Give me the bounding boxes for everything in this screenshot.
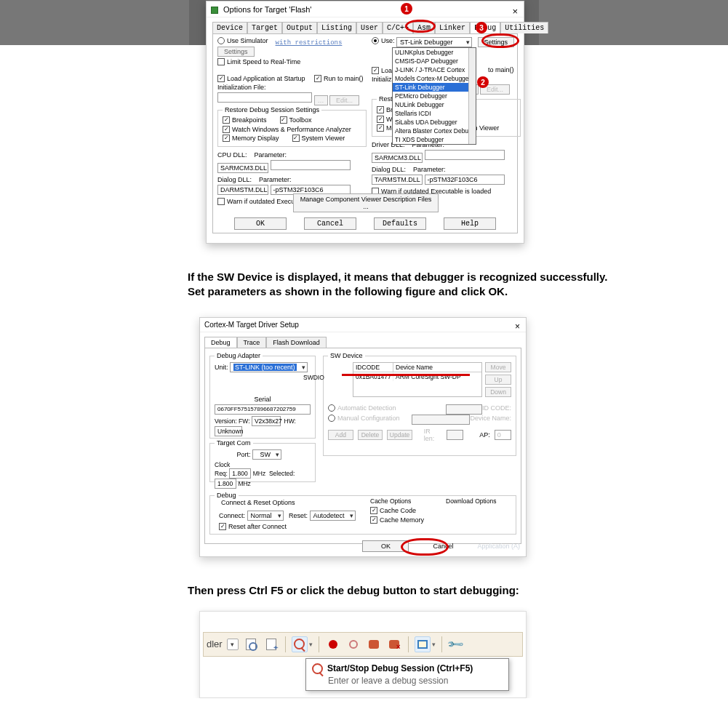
tooltip-subtitle: Enter or leave a debug session	[328, 676, 503, 686]
hw-label: HW:	[284, 417, 296, 425]
req-field[interactable]: 1.800	[229, 468, 251, 479]
ok-button[interactable]: OK	[234, 217, 287, 230]
d2-tab-flash[interactable]: Flash Download	[266, 337, 327, 348]
cancel-button[interactable]: Cancel	[304, 217, 356, 230]
tab-user[interactable]: User	[356, 22, 383, 33]
cpu-dll-field[interactable]: SARMCM3.DLL	[217, 163, 268, 173]
tab-asm[interactable]: Asm	[413, 22, 435, 33]
dropdown-arrow-icon[interactable]: ▾	[309, 641, 313, 648]
debug-group: Debug Connect & Reset Options Connect: N…	[209, 495, 516, 535]
limit-speed-check[interactable]: Limit Speed to Real-Time	[217, 58, 300, 65]
breakpoint-icon[interactable]	[325, 636, 341, 652]
delete-button[interactable]: Delete	[358, 430, 383, 440]
window-icon[interactable]	[415, 636, 431, 652]
add-button[interactable]: Add	[328, 430, 353, 440]
load-startup-check[interactable]: Load Application at Startup	[217, 75, 305, 82]
hw-field: Unknown	[215, 426, 242, 436]
use-simulator-radio[interactable]: Use Simulator	[217, 37, 268, 44]
auto-detect-radio[interactable]: Automatic Detection	[328, 404, 396, 412]
document-search-icon[interactable]	[243, 636, 259, 652]
dropdown-scrollbar[interactable]	[468, 48, 476, 144]
tab-output[interactable]: Output	[282, 22, 317, 33]
update-button[interactable]: Update	[387, 430, 412, 440]
manage-components-button[interactable]: Manage Component Viewer Description File…	[293, 193, 439, 212]
dialog2-titlebar: Cortex-M Target Driver Setup ×	[200, 318, 526, 332]
cpu-param-field[interactable]	[271, 160, 351, 170]
init-file-field[interactable]	[217, 92, 312, 103]
separator	[285, 636, 286, 652]
toolbox-check[interactable]: Toolbox	[280, 116, 312, 124]
dlgr-dll-field[interactable]: TARMSTM.DLL	[372, 175, 423, 185]
defaults-button[interactable]: Defaults	[374, 217, 426, 230]
init-edit-r[interactable]: Edit...	[480, 84, 510, 95]
toolbar: dler ▾ ▾ ▾ 🔧	[203, 632, 523, 657]
dlg-dll-field[interactable]: DARMSTM.DLL	[217, 185, 268, 195]
tab-target[interactable]: Target	[247, 22, 282, 33]
d2-tab-debug[interactable]: Debug	[204, 337, 237, 348]
port-select[interactable]: SW	[252, 449, 281, 460]
document-gear-icon[interactable]	[263, 636, 279, 652]
manual-config-radio[interactable]: Manual Configuration	[328, 415, 400, 422]
debugger-select[interactable]: ST-Link Debugger	[396, 37, 472, 47]
reset-after-check[interactable]: Reset after Connect	[219, 523, 287, 530]
cache-mem-check[interactable]: Cache Memory	[370, 516, 424, 524]
tab-debug[interactable]: Debug	[470, 22, 500, 33]
breakpoint-enable-icon[interactable]	[366, 636, 382, 652]
debugger-settings-button[interactable]: Settings	[478, 37, 515, 47]
port-label: Port:	[236, 451, 250, 458]
idcode-label: ID CODE:	[482, 404, 511, 412]
down-button[interactable]: Down	[485, 387, 511, 397]
download-options-group: Download Options	[446, 497, 513, 505]
ap-label: AP:	[479, 431, 490, 439]
memdisplay-check[interactable]: Memory Display	[223, 135, 279, 142]
tab-device[interactable]: Device	[212, 22, 247, 33]
app-icon	[211, 7, 218, 14]
debug-icon[interactable]	[292, 636, 308, 652]
devname-label: Device Name:	[470, 415, 511, 422]
drv-param-field[interactable]	[425, 150, 505, 160]
run-to-main-check[interactable]: Run to main()	[314, 75, 364, 82]
drv-dll-field[interactable]: SARMCM3.DLL	[372, 153, 423, 163]
use-debugger-radio[interactable]: Use:	[372, 37, 395, 44]
breakpoint-ring-icon[interactable]	[345, 636, 361, 652]
init-file-label: Initialization File:	[217, 84, 266, 91]
debugger-dropdown-list[interactable]: ULINKplus Debugger CMSIS-DAP Debugger J-…	[392, 47, 476, 145]
tab-listing[interactable]: Listing	[317, 22, 356, 33]
watch-check[interactable]: Watch Windows & Performance Analyzer	[223, 126, 351, 133]
reset-select[interactable]: Autodetect	[310, 511, 356, 521]
init-file-edit[interactable]: Edit...	[329, 95, 359, 105]
cache-code-check[interactable]: Cache Code	[370, 507, 416, 514]
tab-cxx[interactable]: C/C++	[383, 22, 413, 33]
dialog-buttons: OK Cancel Defaults Help	[213, 217, 517, 230]
up-button[interactable]: Up	[485, 375, 511, 385]
breakpoints-check[interactable]: Breakpoints	[223, 116, 267, 124]
dialog2-title: Cortex-M Target Driver Setup	[204, 321, 299, 329]
sysviewer-check[interactable]: System Viewer	[292, 135, 345, 142]
chevron-down-icon[interactable]: ▾	[227, 639, 239, 650]
to-main-label: to main()	[488, 66, 514, 73]
bp-r-check[interactable]: Br	[377, 106, 393, 113]
wrench-icon[interactable]: 🔧	[448, 636, 464, 652]
dlgr-param-field[interactable]: -pSTM32F103C6	[425, 175, 505, 185]
restrictions-link[interactable]: with restrictions	[276, 39, 343, 47]
d2-ok-button[interactable]: OK	[362, 540, 409, 552]
close-icon[interactable]: ×	[515, 319, 520, 334]
tab-utilities[interactable]: Utilities	[500, 22, 548, 33]
instruction-text-1: If the SW Device is displayed, it means …	[188, 270, 624, 300]
dropdown-arrow-icon[interactable]: ▾	[432, 641, 436, 648]
ap-field[interactable]: 0	[495, 430, 511, 440]
init-file-browse[interactable]: …	[314, 95, 328, 105]
unit-select[interactable]: ST-LINK (too recent)	[230, 362, 308, 372]
breakpoint-disable-icon[interactable]	[386, 636, 402, 652]
connect-select[interactable]: Normal	[247, 511, 284, 521]
restore-session-group: Restore Debug Session Settings Breakpoin…	[217, 110, 367, 147]
tab-linker[interactable]: Linker	[435, 22, 470, 33]
help-button[interactable]: Help	[444, 217, 496, 230]
instruction-text-2: Then press Ctrl F5 or click the debug bu…	[188, 583, 624, 598]
devname-cell: ARM CoreSight SW-DP	[393, 372, 481, 381]
d2-cancel-button[interactable]: Cancel	[422, 541, 464, 551]
move-button[interactable]: Move	[485, 362, 511, 372]
sim-settings-button[interactable]: Settings	[217, 47, 255, 57]
dialog2-body: Debug Adapter Unit: ST-LINK (too recent)…	[204, 348, 521, 544]
d2-tab-trace[interactable]: Trace	[237, 337, 267, 348]
